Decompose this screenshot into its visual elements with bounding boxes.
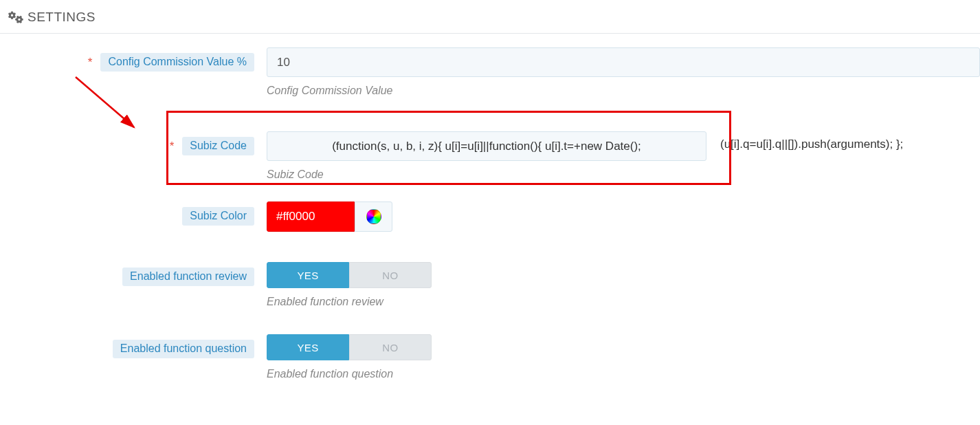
input-col: (u[i].q=u[i].q||[]).push(arguments); }; … — [267, 131, 980, 181]
label-col: Enabled function review — [0, 262, 267, 286]
commission-label: Config Commission Value % — [100, 53, 254, 72]
review-toggle: YES NO — [267, 262, 432, 288]
required-indicator: * — [88, 56, 93, 69]
row-enabled-review: Enabled function review YES NO Enabled f… — [0, 262, 980, 308]
gears-icon — [8, 11, 23, 23]
settings-form: * Config Commission Value % Config Commi… — [0, 34, 980, 425]
enabled-question-help: Enabled function question — [267, 368, 980, 380]
subiz-code-label: Subiz Code — [182, 137, 254, 155]
question-no-button[interactable]: NO — [349, 334, 432, 360]
subiz-color-value: #ff0000 — [267, 201, 355, 232]
enabled-review-help: Enabled function review — [267, 296, 980, 308]
review-no-button[interactable]: NO — [349, 262, 432, 288]
commission-help: Config Commission Value — [267, 85, 980, 97]
question-toggle: YES NO — [267, 334, 432, 360]
required-indicator: * — [170, 140, 175, 153]
row-enabled-question: Enabled function question YES NO Enabled… — [0, 334, 980, 380]
review-yes-button[interactable]: YES — [267, 262, 349, 288]
page-header: SETTINGS — [0, 0, 980, 34]
input-col: #ff0000 — [267, 201, 980, 232]
row-commission: * Config Commission Value % Config Commi… — [0, 47, 980, 97]
input-col: Config Commission Value — [267, 47, 980, 97]
subiz-color-label: Subiz Color — [182, 207, 254, 226]
input-col: YES NO Enabled function question — [267, 334, 980, 380]
commission-input[interactable] — [267, 47, 980, 77]
label-col: Enabled function question — [0, 334, 267, 358]
enabled-review-label: Enabled function review — [122, 268, 254, 286]
question-yes-button[interactable]: YES — [267, 334, 349, 360]
label-col: * Config Commission Value % — [0, 47, 267, 72]
subiz-code-help: Subiz Code — [267, 168, 980, 181]
subiz-code-trailing-text: (u[i].q=u[i].q||[]).push(arguments); }; — [706, 131, 903, 151]
enabled-question-label: Enabled function question — [113, 340, 254, 358]
label-col: * Subiz Code — [0, 131, 267, 155]
row-subiz-code: * Subiz Code (u[i].q=u[i].q||[]).push(ar… — [0, 122, 980, 181]
input-col: YES NO Enabled function review — [267, 262, 980, 308]
subiz-code-input[interactable] — [267, 131, 706, 161]
color-wheel-icon — [366, 209, 381, 224]
page-title: SETTINGS — [27, 10, 96, 25]
label-col: Subiz Color — [0, 201, 267, 226]
color-picker-button[interactable] — [355, 201, 392, 232]
row-subiz-color: Subiz Color #ff0000 — [0, 201, 980, 232]
